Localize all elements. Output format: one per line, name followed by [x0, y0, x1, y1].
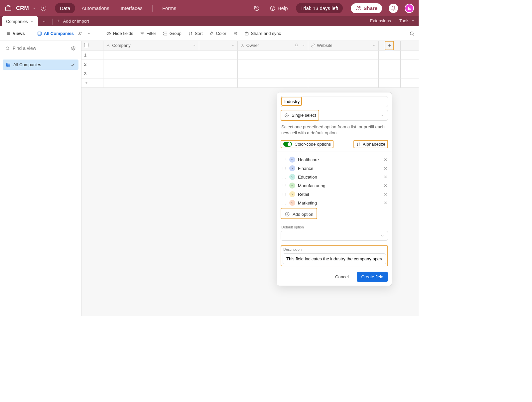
search-icon[interactable] — [409, 31, 415, 36]
option-delete-button[interactable]: ✕ — [384, 201, 387, 205]
svg-rect-0 — [6, 7, 11, 11]
option-row[interactable]: ⋮⋮ Manufacturing ✕ — [281, 181, 388, 190]
chevron-down-icon[interactable] — [32, 6, 36, 10]
option-row[interactable]: ⋮⋮ Marketing ✕ — [281, 199, 388, 207]
option-color-chip[interactable] — [289, 191, 295, 197]
current-view-button[interactable]: All Companies — [35, 30, 93, 37]
default-option-select[interactable] — [281, 231, 388, 241]
drag-handle-icon[interactable]: ⋮⋮ — [281, 201, 287, 205]
notifications-button[interactable] — [389, 4, 398, 13]
sort-button[interactable]: Sort — [186, 30, 205, 37]
option-row[interactable]: ⋮⋮ Retail ✕ — [281, 190, 388, 199]
drag-handle-icon[interactable]: ⋮⋮ — [281, 184, 287, 188]
add-or-import-button[interactable]: Add or import — [56, 16, 89, 26]
history-icon[interactable] — [254, 5, 260, 11]
app-name[interactable]: CRM — [16, 5, 29, 12]
field-name-input[interactable] — [281, 96, 388, 107]
filter-button[interactable]: Filter — [138, 30, 158, 37]
add-column-header[interactable] — [379, 41, 401, 50]
column-header-website[interactable]: Website — [308, 41, 378, 50]
option-delete-button[interactable]: ✕ — [384, 183, 387, 188]
option-delete-button[interactable]: ✕ — [384, 175, 387, 180]
chevron-down-icon[interactable] — [30, 19, 34, 23]
tools-button[interactable]: Tools — [399, 18, 415, 23]
chevron-down-icon[interactable] — [372, 44, 376, 47]
chevron-down-icon — [380, 113, 384, 117]
option-color-chip[interactable] — [289, 183, 295, 189]
svg-rect-20 — [163, 34, 167, 35]
drag-handle-icon[interactable]: ⋮⋮ — [281, 175, 287, 179]
avatar[interactable]: E — [405, 4, 414, 13]
chevron-down-icon[interactable] — [302, 44, 305, 47]
share-label: Share — [363, 5, 377, 11]
share-sync-button[interactable]: Share and sync — [242, 30, 283, 37]
column-header-label: Company — [112, 43, 131, 48]
color-button[interactable]: Color — [207, 30, 228, 37]
chevron-down-icon[interactable] — [87, 32, 91, 36]
add-option-button[interactable]: Add option — [283, 211, 315, 217]
table-row[interactable]: 3 — [81, 69, 419, 78]
table-tab-dropdown[interactable] — [40, 17, 49, 26]
text-icon — [106, 44, 110, 48]
hide-fields-button[interactable]: Hide fields — [104, 30, 135, 37]
table-tab-companies[interactable]: Companies — [2, 16, 38, 26]
drag-handle-icon[interactable]: ⋮⋮ — [281, 167, 287, 170]
current-view-label: All Companies — [44, 31, 74, 36]
cancel-button[interactable]: Cancel — [331, 272, 353, 282]
option-color-chip[interactable] — [289, 165, 295, 171]
extensions-button[interactable]: Extensions — [370, 18, 391, 23]
bell-icon — [391, 6, 396, 11]
nav-data[interactable]: Data — [55, 3, 75, 13]
select-all-header[interactable] — [81, 41, 103, 50]
select-all-checkbox[interactable] — [84, 43, 88, 47]
field-type-select[interactable]: Single select — [281, 110, 388, 121]
option-delete-button[interactable]: ✕ — [384, 166, 387, 171]
table-row[interactable]: 1 — [81, 50, 419, 60]
option-color-chip[interactable] — [289, 174, 295, 180]
drag-handle-icon[interactable]: ⋮⋮ — [281, 193, 287, 196]
views-button[interactable]: Views — [4, 30, 27, 37]
trial-pill[interactable]: Trial: 13 days left — [296, 3, 343, 13]
group-button[interactable]: Group — [161, 30, 184, 37]
alphabetize-button[interactable]: Alphabetize — [356, 142, 385, 147]
option-row[interactable]: ⋮⋮ Education ✕ — [281, 173, 388, 181]
sort-label: Sort — [195, 31, 203, 36]
option-color-chip[interactable] — [289, 200, 295, 206]
column-header-company[interactable]: Company — [103, 41, 199, 50]
check-icon — [70, 63, 75, 67]
view-item-all-companies[interactable]: All Companies — [3, 60, 78, 70]
table-row[interactable]: 2 — [81, 60, 419, 69]
share-button[interactable]: Share — [351, 3, 382, 13]
chevron-down-icon[interactable] — [193, 44, 196, 47]
grid-area: Company Owner Website — [81, 41, 419, 316]
nav-automations[interactable]: Automations — [76, 3, 114, 13]
color-code-toggle[interactable] — [283, 142, 292, 147]
description-input[interactable] — [283, 253, 386, 264]
svg-point-3 — [357, 6, 359, 8]
svg-point-2 — [272, 9, 273, 10]
filter-label: Filter — [147, 31, 156, 36]
option-row[interactable]: ⋮⋮ Healthcare ✕ — [281, 155, 388, 164]
create-field-button[interactable]: Create field — [357, 272, 388, 282]
alphabetize-label: Alphabetize — [363, 142, 385, 147]
gear-icon[interactable] — [71, 46, 76, 51]
add-row[interactable]: ＋ — [81, 78, 419, 87]
option-delete-button[interactable]: ✕ — [384, 192, 387, 197]
menu-icon — [6, 31, 11, 36]
chevron-down-icon[interactable] — [231, 44, 235, 47]
nav-interfaces[interactable]: Interfaces — [116, 3, 148, 13]
help-button[interactable]: Help — [270, 5, 288, 11]
share-sync-label: Share and sync — [251, 31, 281, 36]
column-header-blank[interactable] — [199, 41, 237, 50]
column-header-owner[interactable]: Owner — [237, 41, 308, 50]
option-delete-button[interactable]: ✕ — [384, 157, 387, 162]
row-height-button[interactable] — [231, 30, 240, 37]
nav-forms[interactable]: Forms — [157, 3, 182, 13]
option-row[interactable]: ⋮⋮ Finance ✕ — [281, 164, 388, 173]
find-view-input[interactable] — [13, 46, 71, 51]
info-icon[interactable]: i — [41, 6, 46, 11]
divider — [52, 19, 53, 25]
svg-point-29 — [73, 48, 74, 49]
option-color-chip[interactable] — [289, 157, 295, 163]
drag-handle-icon[interactable]: ⋮⋮ — [281, 158, 287, 162]
